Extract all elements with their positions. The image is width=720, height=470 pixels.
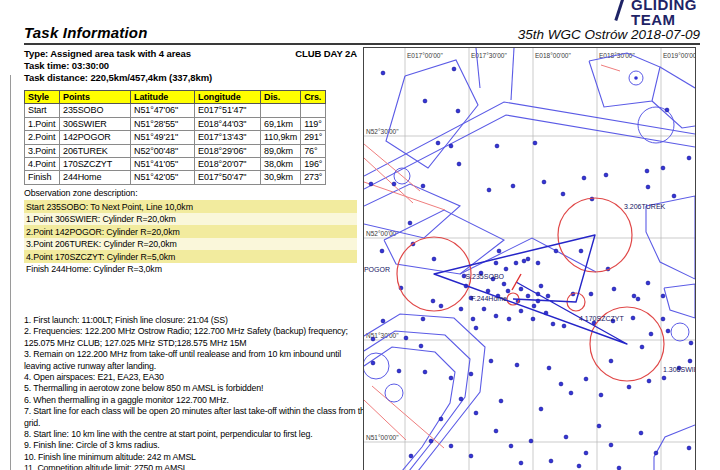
table-cell: 38,0km: [261, 158, 301, 171]
gliding-team-logo: GLIDING TEAM: [618, 0, 697, 27]
observation-zone-row: Finish 244Home: Cylinder R=3,0km: [24, 263, 357, 276]
table-cell: N51°47'06": [131, 104, 195, 117]
table-cell: N51°49'21": [131, 131, 195, 144]
header-rule: [24, 43, 700, 45]
table-cell: 119°: [301, 117, 326, 130]
table-cell: E017°51'47": [195, 104, 261, 117]
observation-zone-section: Observation zone description: Start 235S…: [24, 187, 357, 275]
svg-text:2.142POGOR: 2.142POGOR: [364, 266, 390, 273]
table-cell: 1.Point: [25, 117, 60, 130]
logo-text: GLIDING TEAM: [631, 0, 697, 27]
event-title: 35th WGC Ostrów 2018-07-09: [518, 27, 700, 42]
table-row: Start235SOBON51°47'06"E017°51'47": [25, 104, 326, 117]
column-header: Style: [25, 91, 60, 104]
svg-text:F.244Home: F.244Home: [471, 295, 507, 302]
table-row: 3.Point206TUREKN52°00'48"E018°29'06"89,0…: [25, 144, 326, 157]
table-cell: 76°: [301, 144, 326, 157]
waypoint-dots: [369, 67, 693, 470]
note-item: 9. Finish line: Circle of 3 kms radius.: [24, 440, 370, 451]
svg-text:N52°30'00": N52°30'00": [366, 128, 399, 135]
turnpoint-labels: S.235SOBOF.244Home4.170SZCZYT3.206TUREK2…: [364, 203, 695, 373]
task-meta: Type: Assigned area task with 4 areas CL…: [24, 48, 357, 85]
task-distance: Task distance: 220,5km/457,4km (337,8km): [24, 72, 357, 84]
table-cell: N51°28'55": [131, 117, 195, 130]
table-cell: N51°42'05": [131, 171, 195, 184]
column-header: Latitude: [131, 91, 195, 104]
svg-text:1.306SWIER: 1.306SWIER: [663, 366, 695, 373]
table-cell: 142POGOR: [60, 131, 131, 144]
task-type: Type: Assigned area task with 4 areas: [24, 48, 191, 60]
svg-text:S.235SOBO: S.235SOBO: [465, 273, 504, 280]
table-cell: E018°44'03": [195, 117, 261, 130]
table-cell: [261, 104, 301, 117]
table-cell: 4.Point: [25, 158, 60, 171]
table-cell: 306SWIER: [60, 117, 131, 130]
left-margin-line: [10, 75, 11, 470]
note-item: 7. Start line for each class will be ope…: [24, 406, 370, 429]
table-row: 2.Point142POGORN51°49'21"E017°13'43"110,…: [25, 131, 326, 144]
column-header: Longitude: [195, 91, 261, 104]
table-cell: N51°41'05": [131, 158, 195, 171]
column-header: Points: [60, 91, 131, 104]
svg-text:N51°00'00": N51°00'00": [366, 434, 399, 441]
observation-zone-row: 3.Point 206TUREK: Cylinder R=20,0km: [24, 238, 357, 251]
task-map: E017°00'00"E017°30'00"E018°00'00"E018°30…: [363, 47, 696, 470]
table-cell: E018°29'06": [195, 144, 261, 157]
table-cell: E017°13'43": [195, 131, 261, 144]
note-item: 11. Competition altitude limit: 2750 m A…: [24, 463, 370, 470]
observation-zone-row: 2.Point 142POGOR: Cylinder R=20,0km: [24, 225, 357, 238]
table-cell: 3.Point: [25, 144, 60, 157]
svg-text:E019°00'00": E019°00'00": [663, 52, 695, 59]
note-item: 3. Remain on 122.200 MHz from take-off u…: [24, 349, 370, 372]
note-item: 1. First launch: 11:00LT; Finish line cl…: [24, 315, 370, 326]
table-row: 4.Point170SZCZYTN51°41'05"E018°20'07"38,…: [25, 158, 326, 171]
glider-icon: [614, 0, 624, 21]
svg-text:3.206TUREK: 3.206TUREK: [624, 203, 666, 210]
svg-text:4.170SZCZYT: 4.170SZCZYT: [579, 315, 624, 322]
page-title: Task Information: [24, 24, 148, 41]
table-cell: 110,9km: [261, 131, 301, 144]
column-header: Dis.: [261, 91, 301, 104]
table-cell: 273°: [301, 171, 326, 184]
table-cell: 235SOBO: [60, 104, 131, 117]
table-cell: 244Home: [60, 171, 131, 184]
table-cell: E017°50'47": [195, 171, 261, 184]
table-cell: 291°: [301, 131, 326, 144]
table-cell: N52°00'48": [131, 144, 195, 157]
note-item: 10. Finish line minimum altitude: 242 m …: [24, 452, 370, 463]
note-item: 8. Start line: 10 km line with the centr…: [24, 429, 370, 440]
table-cell: 69,1km: [261, 117, 301, 130]
observation-zone-title: Observation zone description:: [24, 187, 357, 200]
observation-zone-row: 1.Point 306SWIER: Cylinder R=20,0km: [24, 213, 357, 226]
svg-text:N51°30'00": N51°30'00": [366, 332, 399, 339]
svg-text:E017°00'00": E017°00'00": [407, 52, 443, 59]
observation-zone-rows: Start 235SOBO: To Next Point, Line 10,0k…: [24, 200, 357, 275]
note-item: 2. Frequencies: 122.200 MHz Ostrow Radio…: [24, 326, 370, 349]
column-header: Crs.: [301, 91, 326, 104]
logo-line2: TEAM: [631, 12, 697, 27]
note-item: 6. When thermalling in a gaggle monitor …: [24, 395, 370, 406]
table-row: Finish244HomeN51°42'05"E017°50'47"30,9km…: [25, 171, 326, 184]
table-cell: 206TUREK: [60, 144, 131, 157]
note-item: 5. Thermalling in aerotow zone below 850…: [24, 383, 370, 394]
briefing-notes: 1. First launch: 11:00LT; Finish line cl…: [24, 315, 370, 470]
note-item: 4. Open airspaces: E21, EA23, EA30: [24, 372, 370, 383]
table-cell: [301, 104, 326, 117]
table-cell: 196°: [301, 158, 326, 171]
task-map-svg: E017°00'00"E017°30'00"E018°00'00"E018°30…: [364, 48, 695, 470]
club-day-label: CLUB DAY 2A: [295, 48, 357, 60]
turnpoint-table-header: StylePointsLatitudeLongitudeDis.Crs.: [25, 91, 326, 104]
table-cell: 89,0km: [261, 144, 301, 157]
table-cell: Finish: [25, 171, 60, 184]
table-cell: E018°20'07": [195, 158, 261, 171]
table-cell: 30,9km: [261, 171, 301, 184]
task-info-page: GLIDING TEAM Task Information 35th WGC O…: [0, 0, 720, 470]
table-row: 1.Point306SWIERN51°28'55"E018°44'03"69,1…: [25, 117, 326, 130]
table-cell: Start: [25, 104, 60, 117]
table-cell: 2.Point: [25, 131, 60, 144]
observation-zone-row: Start 235SOBO: To Next Point, Line 10,0k…: [24, 200, 357, 213]
table-cell: 170SZCZYT: [60, 158, 131, 171]
task-time: Task time: 03:30:00: [24, 60, 357, 72]
svg-text:E018°00'00": E018°00'00": [535, 52, 571, 59]
turnpoint-table: StylePointsLatitudeLongitudeDis.Crs. Sta…: [24, 90, 326, 185]
